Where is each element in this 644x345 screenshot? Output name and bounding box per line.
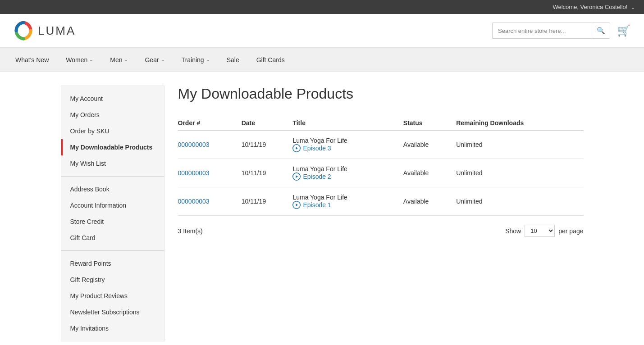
luma-logo-icon[interactable]: [14, 21, 33, 41]
nav-item-whats-new[interactable]: What's New: [14, 48, 50, 72]
sidebar-item-reward-points[interactable]: Reward Points: [61, 255, 164, 272]
gear-chevron-icon: ⌄: [161, 57, 164, 62]
episode-link-2[interactable]: Episode 1: [292, 201, 398, 209]
sidebar-item-my-wish-list[interactable]: My Wish List: [61, 155, 164, 172]
women-chevron-icon: ⌄: [89, 57, 93, 62]
per-page-dropdown[interactable]: 10 5 15 20: [525, 225, 555, 237]
sidebar-item-my-orders[interactable]: My Orders: [61, 107, 164, 123]
sidebar: My Account My Orders Order by SKU My Dow…: [61, 86, 164, 341]
cell-title-1: Luma Yoga For Life Episode 2: [292, 159, 403, 187]
play-icon-0: [292, 144, 301, 152]
episode-link-1[interactable]: Episode 2: [292, 172, 398, 181]
sidebar-divider-2: [61, 250, 164, 251]
sidebar-item-order-by-sku[interactable]: Order by SKU: [61, 123, 164, 139]
svg-marker-4: [296, 175, 298, 178]
order-link-1[interactable]: 000000003: [178, 169, 210, 177]
men-chevron-icon: ⌄: [124, 57, 128, 62]
sidebar-item-gift-registry[interactable]: Gift Registry: [61, 272, 164, 288]
col-header-downloads: Remaining Downloads: [456, 116, 583, 131]
play-icon-2: [292, 201, 301, 209]
col-header-title: Title: [292, 116, 403, 131]
cell-date-1: 10/11/19: [242, 159, 293, 187]
cell-order-2: 000000003: [178, 187, 242, 216]
sidebar-item-address-book[interactable]: Address Book: [61, 181, 164, 197]
sidebar-item-newsletter-subscriptions[interactable]: Newsletter Subscriptions: [61, 304, 164, 320]
table-row: 000000003 10/11/19 Luma Yoga For Life Ep…: [178, 159, 584, 187]
cell-status-0: Available: [403, 131, 456, 159]
logo-area: LUMA: [14, 21, 76, 41]
order-link-2[interactable]: 000000003: [178, 198, 210, 205]
sidebar-item-account-information[interactable]: Account Information: [61, 197, 164, 213]
cell-title-0: Luma Yoga For Life Episode 3: [292, 131, 403, 159]
cell-title-2: Luma Yoga For Life Episode 1: [292, 187, 403, 216]
cell-order-1: 000000003: [178, 159, 242, 187]
cart-icon[interactable]: 🛒: [617, 24, 630, 37]
nav-item-gift-cards[interactable]: Gift Cards: [255, 48, 287, 72]
cell-order-0: 000000003: [178, 131, 242, 159]
play-icon-1: [292, 172, 301, 181]
sidebar-item-store-credit[interactable]: Store Credit: [61, 213, 164, 230]
main-nav: What's New Women ⌄ Men ⌄ Gear ⌄ Training…: [0, 48, 644, 72]
order-link-0[interactable]: 000000003: [178, 141, 210, 148]
per-page-label: per page: [558, 227, 583, 235]
cell-downloads-0: Unlimited: [456, 131, 583, 159]
welcome-chevron[interactable]: ⌄: [631, 5, 635, 10]
show-label: Show: [505, 227, 521, 235]
search-input[interactable]: [493, 23, 592, 38]
col-header-date: Date: [242, 116, 293, 131]
main-content: My Downloadable Products Order # Date Ti…: [178, 86, 584, 341]
cell-downloads-2: Unlimited: [456, 187, 583, 216]
episode-link-0[interactable]: Episode 3: [292, 144, 398, 152]
cell-downloads-1: Unlimited: [456, 159, 583, 187]
col-header-order: Order #: [178, 116, 242, 131]
svg-marker-6: [296, 204, 298, 206]
nav-item-sale[interactable]: Sale: [225, 48, 241, 72]
logo-text[interactable]: LUMA: [38, 24, 76, 38]
table-body: 000000003 10/11/19 Luma Yoga For Life Ep…: [178, 131, 584, 216]
nav-item-women[interactable]: Women ⌄: [64, 48, 95, 72]
cell-status-2: Available: [403, 187, 456, 216]
table-footer: 3 Item(s) Show 10 5 15 20 per page: [178, 225, 584, 237]
cell-date-2: 10/11/19: [242, 187, 293, 216]
sidebar-divider-1: [61, 176, 164, 177]
sidebar-item-my-account[interactable]: My Account: [61, 91, 164, 107]
page-body: My Account My Orders Order by SKU My Dow…: [52, 86, 593, 341]
page-title: My Downloadable Products: [178, 86, 584, 102]
sidebar-item-my-product-reviews[interactable]: My Product Reviews: [61, 288, 164, 304]
cell-status-1: Available: [403, 159, 456, 187]
header-right: 🔍 🛒: [492, 23, 630, 39]
welcome-message: Welcome, Veronica Costello!: [553, 4, 627, 10]
cell-date-0: 10/11/19: [242, 131, 293, 159]
nav-item-training[interactable]: Training ⌄: [180, 48, 211, 72]
svg-marker-2: [296, 147, 298, 150]
site-header: LUMA 🔍 🛒: [0, 14, 644, 48]
nav-item-gear[interactable]: Gear ⌄: [143, 48, 166, 72]
item-count: 3 Item(s): [178, 227, 203, 235]
table-head: Order # Date Title Status Remaining Down…: [178, 116, 584, 131]
sidebar-item-my-invitations[interactable]: My Invitations: [61, 320, 164, 336]
per-page-select: Show 10 5 15 20 per page: [505, 225, 583, 237]
nav-item-men[interactable]: Men ⌄: [108, 48, 129, 72]
sidebar-item-gift-card[interactable]: Gift Card: [61, 230, 164, 246]
top-bar: Welcome, Veronica Costello! ⌄: [0, 0, 644, 14]
products-table: Order # Date Title Status Remaining Down…: [178, 116, 584, 216]
training-chevron-icon: ⌄: [206, 57, 210, 62]
col-header-status: Status: [403, 116, 456, 131]
sidebar-item-my-downloadable-products[interactable]: My Downloadable Products: [61, 139, 164, 155]
search-bar: 🔍: [492, 23, 610, 39]
search-button[interactable]: 🔍: [592, 23, 610, 38]
table-row: 000000003 10/11/19 Luma Yoga For Life Ep…: [178, 187, 584, 216]
table-row: 000000003 10/11/19 Luma Yoga For Life Ep…: [178, 131, 584, 159]
